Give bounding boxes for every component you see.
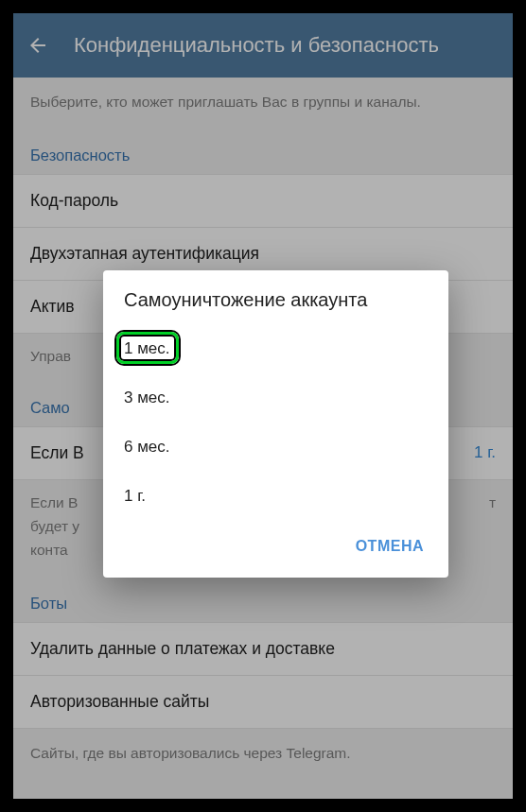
dialog-actions: ОТМЕНА bbox=[103, 521, 448, 570]
dialog-option-label: 6 мес. bbox=[124, 438, 170, 456]
dialog-option-label: 3 мес. bbox=[124, 389, 170, 406]
cancel-button[interactable]: ОТМЕНА bbox=[344, 528, 435, 564]
dialog-title: Самоуничтожение аккаунта bbox=[103, 270, 448, 324]
dialog-option-6-months[interactable]: 6 мес. bbox=[103, 423, 448, 472]
dialog-option-label: 1 мес. bbox=[124, 339, 170, 357]
self-destruct-dialog: Самоуничтожение аккаунта 1 мес. 3 мес. 6… bbox=[103, 270, 448, 578]
dialog-option-3-months[interactable]: 3 мес. bbox=[103, 373, 448, 423]
dialog-option-1-month[interactable]: 1 мес. bbox=[103, 324, 448, 373]
app-frame: Конфиденциальность и безопасность Выбери… bbox=[13, 13, 513, 799]
dialog-option-1-year[interactable]: 1 г. bbox=[103, 472, 448, 521]
dialog-option-label: 1 г. bbox=[124, 487, 146, 505]
